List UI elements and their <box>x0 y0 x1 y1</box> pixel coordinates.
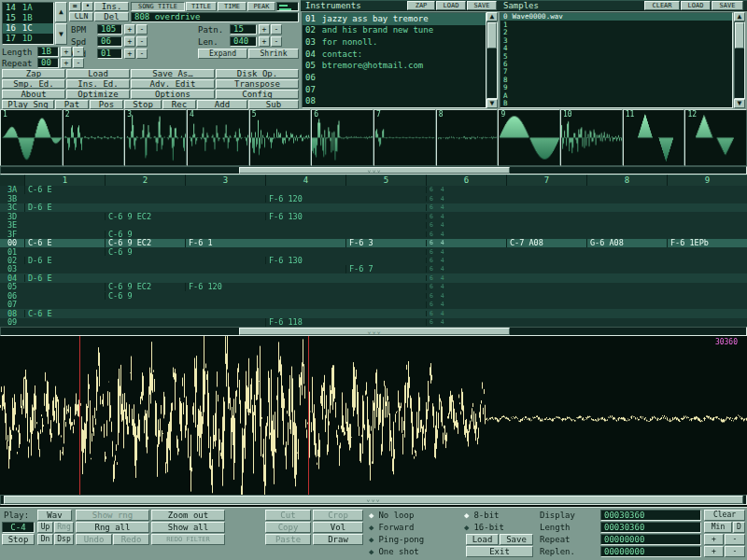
insert-position-button[interactable]: Ins. <box>94 2 129 11</box>
pattern-row[interactable]: 01C-6 96 4 <box>0 247 747 256</box>
pattern-cell[interactable]: 6 4 <box>426 240 506 246</box>
pattern-bottom-scrollbar[interactable]: ⌄⌄⌄ <box>0 327 747 336</box>
sample-thumbnail-slot[interactable]: 5 <box>249 109 312 166</box>
position-down-button[interactable]: ▼ <box>55 23 67 45</box>
pattern-cell[interactable]: C-6 9 <box>105 248 185 257</box>
song-length-plus-button[interactable]: + <box>259 36 270 47</box>
play-pattern-button[interactable]: Pat <box>55 100 89 109</box>
copy-button[interactable]: Copy <box>265 522 311 533</box>
sample-thumbnail-slot[interactable]: 7 <box>374 109 436 166</box>
play-range-button[interactable]: Rng <box>54 522 74 533</box>
delete-position-button[interactable]: Del <box>94 12 129 21</box>
sample-thumbnail-slot[interactable]: 4 <box>187 109 249 166</box>
pattern-cell[interactable]: F-6 118 <box>265 318 345 327</box>
show-all-button[interactable]: Show all <box>151 522 225 533</box>
sample-row[interactable]: 0Wave0000.wav <box>500 13 732 21</box>
pattern-bottom-scrollbar-thumb[interactable]: ⌄⌄⌄ <box>239 328 510 335</box>
instrument-scrollbar[interactable] <box>486 21 498 99</box>
pattern-cell[interactable]: 6 4 <box>426 319 506 326</box>
channel-header[interactable]: 3 <box>185 175 265 186</box>
sample-row[interactable]: 8 <box>500 76 732 83</box>
sample-waveform[interactable] <box>0 336 747 495</box>
bit-depth-8-bit[interactable]: ◆8-bit <box>464 510 535 521</box>
channel-header[interactable]: 2 <box>105 175 185 186</box>
add-step-plus-button[interactable]: + <box>124 49 135 59</box>
play-song-button[interactable]: Play Sng <box>2 100 54 109</box>
sample-thumbnail-slot[interactable]: 3 <box>124 109 187 166</box>
channel-header[interactable]: 5 <box>345 175 426 186</box>
bit-depth-16-bit[interactable]: ◆16-bit <box>464 522 535 533</box>
expand-pattern-button[interactable]: Expand <box>198 49 247 59</box>
pattern-row[interactable]: 08C-6 E6 4 <box>0 309 747 317</box>
sample-waveform-view[interactable]: 30360 ⌄⌄⌄ <box>0 336 747 507</box>
sample-thumbnail-slot[interactable]: 6 <box>311 109 374 166</box>
save-as-button[interactable]: Save As… <box>131 69 215 78</box>
sample-editor-button[interactable]: Smp. Ed. <box>2 79 65 89</box>
channel-header[interactable]: 6 <box>426 175 506 186</box>
instrument-scrollbar-thumb[interactable] <box>487 22 497 49</box>
clear-button[interactable]: Clear <box>704 510 745 521</box>
optimize-button[interactable]: Optimize <box>66 90 130 99</box>
transpose-button[interactable]: Transpose <box>216 79 299 89</box>
pattern-cell[interactable]: 6 4 <box>426 196 506 203</box>
zoom-out-button[interactable]: Zoom out <box>151 510 225 521</box>
instruments-load-button[interactable]: LOAD <box>436 1 466 10</box>
song-length-minus-button[interactable]: - <box>271 36 282 47</box>
record-button[interactable]: Rec <box>162 100 196 109</box>
pattern-cell[interactable]: 6 4 <box>426 214 506 220</box>
cut-button[interactable]: Cut <box>265 510 311 521</box>
sample-row[interactable]: 3 <box>500 36 732 44</box>
pattern-row[interactable]: 076 4 <box>0 301 747 309</box>
pattern-cell[interactable]: 6 4 <box>426 284 506 290</box>
position-up-button[interactable]: ▲ <box>55 2 67 22</box>
pattern-row[interactable]: 3CD-6 E6 4 <box>0 203 747 212</box>
pattern-row[interactable]: 3BF-6 1206 4 <box>0 194 747 203</box>
about-button[interactable]: About <box>2 90 65 99</box>
sample-thumbnail-slot[interactable]: 11 <box>623 109 685 166</box>
pattern-cell[interactable]: 6 4 <box>426 187 506 193</box>
pattern-cell[interactable]: G-6 A08 <box>586 239 667 247</box>
pattern-row[interactable]: 05C-6 9 EC2F-6 1206 4 <box>0 283 747 291</box>
sample-row[interactable]: 6 <box>500 61 732 68</box>
instrument-row[interactable]: 07 <box>303 84 486 96</box>
sample-row[interactable]: B <box>500 100 732 107</box>
instrument-row[interactable]: 06 <box>303 72 486 84</box>
samples-load-button[interactable]: LOAD <box>681 1 711 10</box>
instrument-row[interactable]: 03for nonoll. <box>303 36 486 49</box>
pattern-cell[interactable]: 6 4 <box>426 266 506 273</box>
tab-time[interactable]: TIME <box>218 2 247 11</box>
instrument-row[interactable]: 08 <box>303 95 486 107</box>
pattern-cell[interactable]: 6 4 <box>426 293 506 300</box>
pattern-cell[interactable]: D-6 E <box>24 274 105 283</box>
octave-up-button[interactable]: Up <box>37 522 53 533</box>
loop-mode-ping-pong[interactable]: ◆Ping-pong <box>369 534 462 545</box>
octave-down-button[interactable]: Dn <box>37 534 53 545</box>
draw-button[interactable]: Draw <box>313 534 363 545</box>
sample-scroll-up-button[interactable]: ▲ <box>734 12 745 21</box>
options-button[interactable]: Options <box>131 90 215 99</box>
loop-mode-no-loop[interactable]: ◆No loop <box>369 510 462 521</box>
show-range-button[interactable]: Show rng <box>76 510 149 521</box>
sample-thumbnail-slot[interactable]: 8 <box>436 109 499 166</box>
pattern-row[interactable]: 3FC-6 96 4 <box>0 230 747 238</box>
position-row[interactable]: 141A <box>3 3 53 13</box>
sample-thumbnail-slot[interactable]: 9 <box>498 109 560 166</box>
clean-button[interactable]: CLN <box>69 12 93 21</box>
sample-thumbnail-slot[interactable]: 2 <box>63 109 125 166</box>
pattern-top-scrollbar-thumb[interactable]: ⌄⌄⌄ <box>239 167 510 174</box>
zap-button[interactable]: Zap <box>2 69 65 78</box>
redo-button[interactable]: Redo <box>113 534 149 545</box>
pattern-cell[interactable]: D-6 E <box>24 257 105 265</box>
speed-minus-button[interactable]: - <box>136 36 148 47</box>
minimize-button[interactable]: Min <box>704 522 732 533</box>
pattern-cell[interactable]: C-6 9 EC2 <box>105 213 185 221</box>
instrument-row[interactable]: 05btremore@hotmail.com <box>303 61 486 73</box>
samples-save-button[interactable]: SAVE <box>712 1 743 10</box>
pattern-cell[interactable]: 6 4 <box>426 275 506 282</box>
redo-filter-button[interactable]: REDO FILTER <box>151 534 225 545</box>
channel-header[interactable]: 8 <box>586 175 667 186</box>
sample-row[interactable]: 4 <box>500 45 732 52</box>
length-plus-button[interactable]: + <box>61 47 72 57</box>
sample-list[interactable]: 0Wave0000.wav123456789AB <box>500 12 733 108</box>
channel-header[interactable]: 7 <box>506 175 586 186</box>
